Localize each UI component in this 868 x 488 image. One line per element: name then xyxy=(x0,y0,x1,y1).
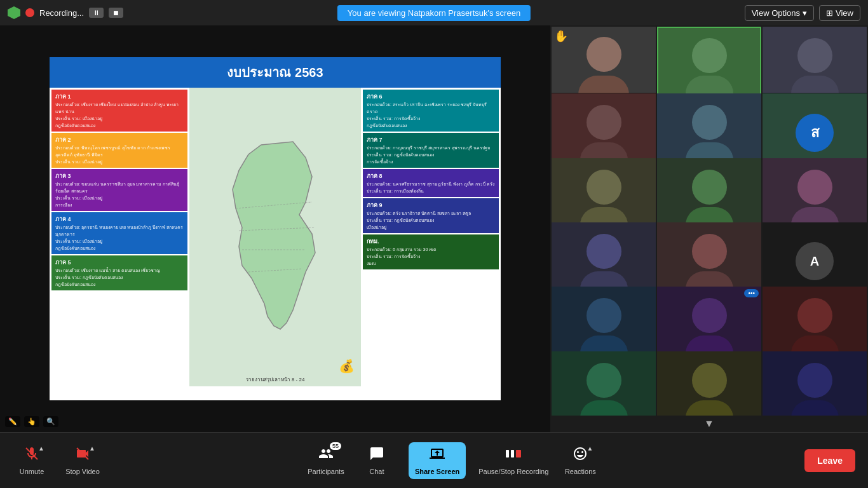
view-label: View xyxy=(836,8,853,18)
chevron-down-icon: ▾ xyxy=(803,8,807,18)
share-screen-icon xyxy=(430,446,445,465)
region-5-box: ภาค 5 ประกอบด้วย: เชียงราย แม่น้ำ สาย ตอ… xyxy=(51,255,187,290)
region-4-box: ภาค 4 ประกอบด้วย: อุดรธานี หนองคาย เลย ห… xyxy=(51,212,187,254)
bottom-toolbar: ▲ Unmute ▲ Stop Video 55 xyxy=(0,432,868,488)
screen-share-area: งบประมาณ 2563 ภาค 1 ประกอบด้วย: เชียงราย… xyxy=(0,25,550,432)
security-icon xyxy=(8,6,20,19)
svg-rect-9 xyxy=(516,450,521,458)
participants-button[interactable]: 55 Participants xyxy=(307,446,345,475)
leave-button[interactable]: Leave xyxy=(804,449,855,472)
chat-icon xyxy=(369,446,384,465)
region-2-box: ภาค 2 ประกอบด้วย: พิษณุโลก เพชรบูรณ์ สุโ… xyxy=(51,133,187,168)
slide-body: ภาค 1 ประกอบด้วย: เชียงราย เชียงใหม่ แม่… xyxy=(50,88,501,386)
pause-recording-button[interactable]: ⏸ xyxy=(89,8,104,18)
view-button[interactable]: ⊞ View xyxy=(819,5,860,21)
chat-label: Chat xyxy=(369,468,384,475)
thailand-map-svg xyxy=(223,139,328,336)
map-area: รายงานสรุปเลาหน้า 8 - 24 💰 xyxy=(189,88,361,386)
participant-video-area xyxy=(552,351,656,416)
unmute-arrow: ▲ xyxy=(38,445,44,452)
view-options-label: View Options xyxy=(752,8,800,18)
participants-label: Participants xyxy=(308,468,344,475)
region-3-box: ภาค 3 ประกอบด้วย: ขอนแก่น นครราชสีมา อุบ… xyxy=(51,169,187,211)
participant-video-area xyxy=(763,351,867,416)
region-9-box: ภาค 9 ประกอบด้วย: ตรัง นราธิวาส ปัตตานี … xyxy=(363,198,499,233)
participant-tile: 🔕 ไชยก บุญเกิด xyxy=(657,351,761,416)
region-1-box: ภาค 1 ประกอบด้วย: เชียงราย เชียงใหม่ แม่… xyxy=(51,90,187,132)
participants-grid: ✋ 🔇 นิมิตร โรจนกฤตยากรณ์ 🔇 Natpakorn Pra… xyxy=(550,25,868,416)
toolbar-left-group: ▲ Unmute ▲ Stop Video xyxy=(13,446,102,475)
annotate-icon[interactable]: ✏️ xyxy=(5,416,20,427)
region-6-box: ภาค 6 ประกอบด้วย: สระแก้ว ปราจีน ฉะเชิงเ… xyxy=(363,90,499,132)
unmute-button[interactable]: ▲ Unmute xyxy=(13,446,51,475)
video-icon: ▲ xyxy=(75,446,90,465)
main-content: งบประมาณ 2563 ภาค 1 ประกอบด้วย: เชียงราย… xyxy=(0,25,868,432)
reactions-icon: ▲ xyxy=(573,446,588,465)
share-screen-button[interactable]: Share Screen xyxy=(409,442,466,479)
recording-indicator xyxy=(25,8,34,17)
top-bar: Recording... ⏸ ⏹ You are viewing Natpako… xyxy=(0,0,868,25)
reactions-arrow: ▲ xyxy=(587,445,593,452)
chevron-down-icon: ▼ xyxy=(704,418,714,429)
stop-video-arrow: ▲ xyxy=(89,445,95,452)
chat-button[interactable]: Chat xyxy=(358,446,396,475)
mic-icon: ▲ xyxy=(24,446,39,465)
stop-recording-button[interactable]: ⏹ xyxy=(109,8,123,18)
unmute-label: Unmute xyxy=(20,468,44,475)
viewing-banner-container: You are viewing Natpakorn Prasertsuk's s… xyxy=(337,5,531,21)
stop-video-label: Stop Video xyxy=(65,468,100,475)
screen-content: งบประมาณ 2563 ภาค 1 ประกอบด้วย: เชียงราย… xyxy=(50,57,501,400)
decorative-coins: 💰 xyxy=(339,358,355,374)
region-8-box: ภาค 8 ประกอบด้วย: นครศรีธรรมราช สุราษฎร์… xyxy=(363,169,499,197)
grid-icon: ⊞ xyxy=(826,8,833,18)
hand-raise-icon: ✋ xyxy=(554,29,568,43)
view-options-button[interactable]: View Options ▾ xyxy=(745,5,814,21)
reactions-label: Reactions xyxy=(565,468,596,475)
participant-tile: 🔇 ภิญโญ ตั้งมั่น xyxy=(763,351,867,416)
region-bkk-box: กทม. ประกอบด้วย: 6 กลุ่มงาน รวม 30 เขต ป… xyxy=(363,234,499,269)
map-footer: รายงานสรุปเลาหน้า 8 - 24 xyxy=(189,376,361,384)
svg-rect-8 xyxy=(511,450,514,458)
screen-tools: ✏️ 👆 🔍 xyxy=(5,416,58,427)
pause-stop-recording-button[interactable]: Pause/Stop Recording xyxy=(478,446,548,475)
participants-panel: ✋ 🔇 นิมิตร โรจนกฤตยากรณ์ 🔇 Natpakorn Pra… xyxy=(550,25,868,432)
pointer-icon[interactable]: 👆 xyxy=(24,416,39,427)
participants-count-badge: 55 xyxy=(330,442,341,450)
top-bar-left: Recording... ⏸ ⏹ xyxy=(8,6,123,19)
toolbar-center-group: 55 Participants Chat Share Screen xyxy=(307,442,599,479)
viewing-banner: You are viewing Natpakorn Prasertsuk's s… xyxy=(337,5,531,21)
regions-right: ภาค 6 ประกอบด้วย: สระแก้ว ปราจีน ฉะเชิงเ… xyxy=(361,88,501,386)
participant-tile: 🔕 ผอ.แก้วตา ชัยมงโน xyxy=(552,351,656,416)
pause-stop-recording-label: Pause/Stop Recording xyxy=(478,468,548,475)
participants-icon: 55 xyxy=(318,446,334,465)
slide-header: งบประมาณ 2563 xyxy=(50,57,501,88)
slide-title: งบประมาณ 2563 xyxy=(227,65,323,79)
stop-video-button[interactable]: ▲ Stop Video xyxy=(64,446,102,475)
recording-label: Recording... xyxy=(39,8,84,18)
pause-stop-recording-icon xyxy=(505,446,522,465)
svg-rect-7 xyxy=(506,450,509,458)
zoom-icon[interactable]: 🔍 xyxy=(43,416,58,427)
region-7-box: ภาค 7 ประกอบด้วย: กาญจนบุรี ราชบุรี สมุท… xyxy=(363,133,499,168)
more-options-button[interactable]: ••• xyxy=(744,289,759,297)
regions-left: ภาค 1 ประกอบด้วย: เชียงราย เชียงใหม่ แม่… xyxy=(50,88,189,386)
participant-video-area xyxy=(658,28,760,104)
share-screen-label: Share Screen xyxy=(415,468,459,475)
scroll-down-button[interactable]: ▼ xyxy=(550,416,868,432)
reactions-button[interactable]: ▲ Reactions xyxy=(561,446,599,475)
svg-marker-0 xyxy=(233,142,315,329)
participant-video-area xyxy=(657,351,761,416)
top-bar-right: View Options ▾ ⊞ View xyxy=(745,5,860,21)
